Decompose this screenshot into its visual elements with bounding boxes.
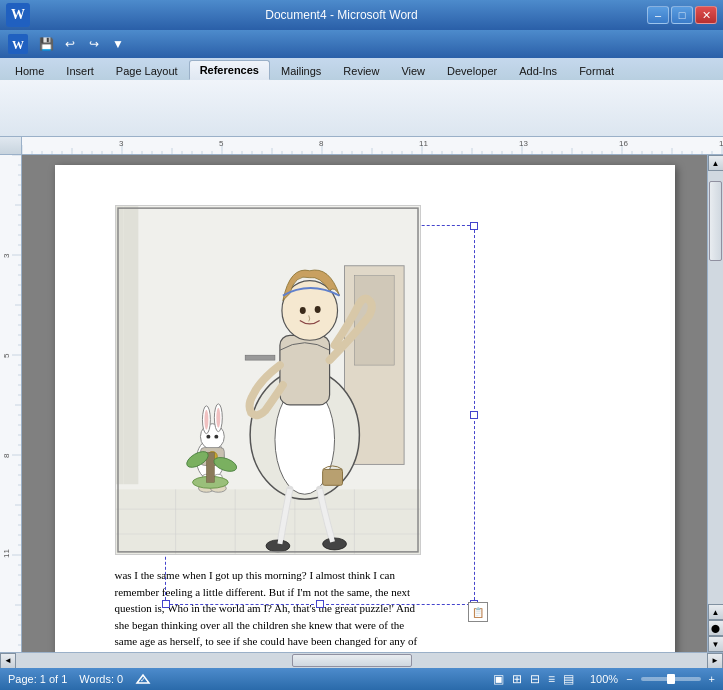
paste-options-icon[interactable]: 📋 [468,602,488,622]
svg-rect-18 [279,335,329,405]
customize-qa-icon[interactable]: ▼ [108,34,128,54]
next-page-button[interactable]: ▼ [708,636,724,652]
scroll-track-horizontal[interactable] [16,653,707,668]
tab-view[interactable]: View [390,60,436,80]
document-area[interactable]: 📋 [22,155,707,652]
scroll-thumb-horizontal[interactable] [292,654,412,667]
minimize-button[interactable]: – [647,6,669,24]
window-title: Document4 - Microsoft Word [36,8,647,22]
alice-illustration [115,205,421,555]
view-outline-icon[interactable]: ≡ [548,672,555,686]
select-browse-button[interactable]: ⬤ [708,620,724,636]
scroll-track-vertical[interactable] [708,171,723,604]
svg-text:✓: ✓ [140,676,146,683]
scroll-right-button[interactable]: ► [707,653,723,669]
tab-developer[interactable]: Developer [436,60,508,80]
svg-rect-15 [245,355,275,360]
tab-addins[interactable]: Add-Ins [508,60,568,80]
svg-point-30 [216,408,220,428]
ruler-corner [0,137,22,155]
svg-rect-24 [322,469,342,485]
redo-icon[interactable]: ↪ [84,34,104,54]
document-text: was I the same when I got up this mornin… [115,567,425,652]
handle-top-right[interactable] [470,222,478,230]
document-page: 📋 [55,165,675,652]
tab-pagelayout[interactable]: Page Layout [105,60,189,80]
title-bar: W Document4 - Microsoft Word – □ ✕ [0,0,723,30]
page-info: Page: 1 of 1 [8,673,67,685]
window-controls: – □ ✕ [647,6,717,24]
scroll-thumb-vertical[interactable] [709,181,722,261]
scrollbar-horizontal[interactable]: ◄ ► [0,652,723,668]
scroll-up-button[interactable]: ▲ [708,155,724,171]
view-fullscreen-icon[interactable]: ⊞ [512,672,522,686]
view-normal-icon[interactable]: ▣ [493,672,504,686]
prev-page-button[interactable]: ▲ [708,604,724,620]
ruler-horizontal [22,137,723,155]
maximize-button[interactable]: □ [671,6,693,24]
image-container[interactable]: 📋 [115,205,421,555]
alice-svg-image [116,206,420,554]
zoom-out-button[interactable]: − [626,673,632,685]
ruler-vertical [0,155,22,652]
zoom-level: 100% [590,673,618,685]
word-logo-icon: W [8,34,28,54]
view-web-icon[interactable]: ⊟ [530,672,540,686]
svg-point-32 [214,435,218,439]
ruler-area [0,137,723,155]
svg-point-31 [206,435,210,439]
bottom-area: ◄ ► Page: 1 of 1 Words: 0 ✓ ▣ ⊞ ⊟ ≡ ▤ [0,652,723,690]
ribbon-content [0,80,723,136]
tab-insert[interactable]: Insert [55,60,105,80]
tab-home[interactable]: Home [4,60,55,80]
undo-icon[interactable]: ↩ [60,34,80,54]
svg-point-21 [314,306,320,313]
svg-point-29 [204,410,208,430]
view-draft-icon[interactable]: ▤ [563,672,574,686]
close-button[interactable]: ✕ [695,6,717,24]
svg-point-23 [322,538,346,550]
tab-review[interactable]: Review [332,60,390,80]
tab-format[interactable]: Format [568,60,625,80]
content-row: 📋 [0,155,723,652]
ribbon-tabs: Home Insert Page Layout References Maili… [0,58,723,80]
page-info-text: Page: 1 of 1 [8,673,67,685]
zoom-in-button[interactable]: + [709,673,715,685]
word-count-text: Words: 0 [79,673,123,685]
scrollbar-vertical[interactable]: ▲ ▲ ⬤ ▼ [707,155,723,652]
ribbon: Home Insert Page Layout References Maili… [0,58,723,137]
word-app-icon: W [6,3,30,27]
word-count: Words: 0 [79,673,123,685]
svg-rect-14 [354,276,394,365]
zoom-slider[interactable] [641,677,701,681]
proofing-icon[interactable]: ✓ [135,671,151,687]
scroll-left-button[interactable]: ◄ [0,653,16,669]
tab-references[interactable]: References [189,60,270,80]
handle-middle-right[interactable] [470,411,478,419]
quick-access-toolbar: W 💾 ↩ ↪ ▼ [0,30,723,58]
handle-bottom-right[interactable] [470,600,478,608]
status-right-group: ▣ ⊞ ⊟ ≡ ▤ 100% − + [493,672,715,686]
svg-text:W: W [12,38,24,52]
tab-mailings[interactable]: Mailings [270,60,332,80]
status-bar: Page: 1 of 1 Words: 0 ✓ ▣ ⊞ ⊟ ≡ ▤ 100% −… [0,668,723,690]
svg-point-20 [299,307,305,314]
app-window: W Document4 - Microsoft Word – □ ✕ W 💾 ↩… [0,0,723,690]
save-icon[interactable]: 💾 [36,34,56,54]
